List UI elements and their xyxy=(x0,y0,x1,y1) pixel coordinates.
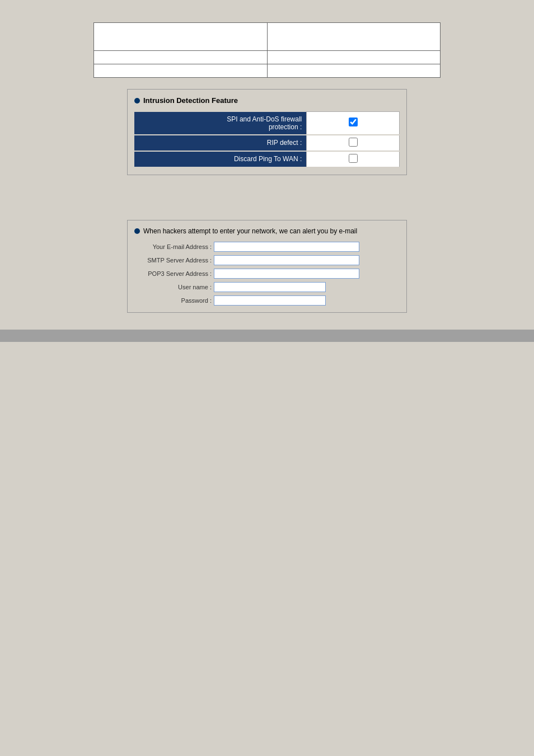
email-form: Your E-mail Address : SMTP Server Addres… xyxy=(134,242,400,306)
email-alert-container: When hackers attempt to enter your netwo… xyxy=(127,220,407,313)
bottom-bar xyxy=(0,330,534,342)
table-cell xyxy=(267,23,441,51)
table-cell xyxy=(94,64,268,78)
intrusion-detection-container: Intrusion Detection Feature SPI and Anti… xyxy=(127,89,407,175)
idf-label-text-rip: RIP defect : xyxy=(267,139,302,147)
idf-row-rip: RIP defect : xyxy=(134,135,400,151)
idf-label-ping: Discard Ping To WAN : xyxy=(134,151,307,167)
idf-value-rip xyxy=(307,135,400,151)
spi-checkbox[interactable] xyxy=(349,118,358,126)
idf-label-text-ping: Discard Ping To WAN : xyxy=(234,155,302,163)
email-form-row-username: User name : xyxy=(139,282,400,292)
bullet-icon-email xyxy=(134,228,140,234)
idf-label-spi: SPI and Anti-DoS firewallprotection : xyxy=(134,112,307,135)
rip-checkbox[interactable] xyxy=(349,138,358,147)
email-form-row-smtp: SMTP Server Address : xyxy=(139,255,400,265)
bullet-icon xyxy=(134,98,140,104)
email-alert-title-text: When hackers attempt to enter your netwo… xyxy=(143,227,357,235)
idf-row-ping: Discard Ping To WAN : xyxy=(134,151,400,167)
table-row xyxy=(94,23,441,51)
table-row xyxy=(94,51,441,64)
idf-label-rip: RIP defect : xyxy=(134,135,307,151)
email-label-pop3: POP3 Server Address : xyxy=(139,270,212,277)
table-cell xyxy=(94,51,268,64)
email-form-row-password: Password : xyxy=(139,295,400,306)
email-address-input[interactable] xyxy=(214,242,359,252)
email-label-email: Your E-mail Address : xyxy=(139,243,212,250)
spacer1 xyxy=(0,186,534,203)
idf-row-spi: SPI and Anti-DoS firewallprotection : xyxy=(134,112,400,135)
smtp-server-input[interactable] xyxy=(214,255,359,265)
idf-title-text: Intrusion Detection Feature xyxy=(143,96,238,105)
table-cell xyxy=(267,64,441,78)
password-input[interactable] xyxy=(214,295,326,306)
page-wrapper: Intrusion Detection Feature SPI and Anti… xyxy=(0,0,534,756)
discard-ping-checkbox[interactable] xyxy=(349,154,358,163)
email-label-smtp: SMTP Server Address : xyxy=(139,257,212,264)
email-alert-title: When hackers attempt to enter your netwo… xyxy=(134,227,400,235)
top-table-container xyxy=(93,22,441,78)
email-label-username: User name : xyxy=(139,284,212,290)
table-row xyxy=(94,64,441,78)
idf-table: SPI and Anti-DoS firewallprotection : RI… xyxy=(134,111,400,168)
idf-title: Intrusion Detection Feature xyxy=(134,96,400,105)
top-table xyxy=(93,22,441,78)
email-form-row-email: Your E-mail Address : xyxy=(139,242,400,252)
table-cell xyxy=(94,23,268,51)
email-label-password: Password : xyxy=(139,297,212,304)
idf-value-ping xyxy=(307,151,400,167)
pop3-server-input[interactable] xyxy=(214,269,359,279)
idf-label-text: SPI and Anti-DoS firewallprotection : xyxy=(227,115,302,131)
email-form-row-pop3: POP3 Server Address : xyxy=(139,269,400,279)
idf-value-spi xyxy=(307,112,400,135)
table-cell xyxy=(267,51,441,64)
username-input[interactable] xyxy=(214,282,326,292)
